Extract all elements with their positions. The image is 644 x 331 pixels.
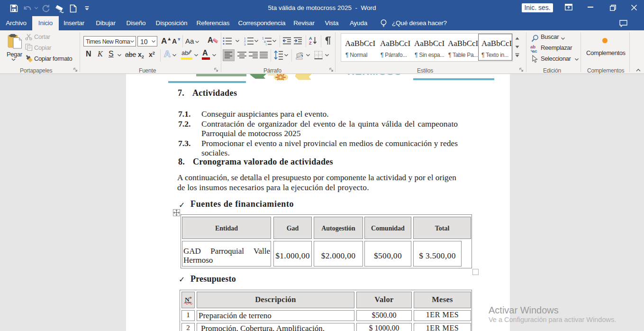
svg-text:A: A: [309, 36, 312, 41]
svg-text:1: 1: [244, 37, 246, 40]
svg-text:ac: ac: [532, 48, 537, 53]
svg-text:2: 2: [244, 40, 246, 43]
svg-text:3: 3: [244, 43, 246, 46]
svg-text:i: i: [266, 43, 266, 46]
svg-text:Z: Z: [309, 41, 312, 46]
